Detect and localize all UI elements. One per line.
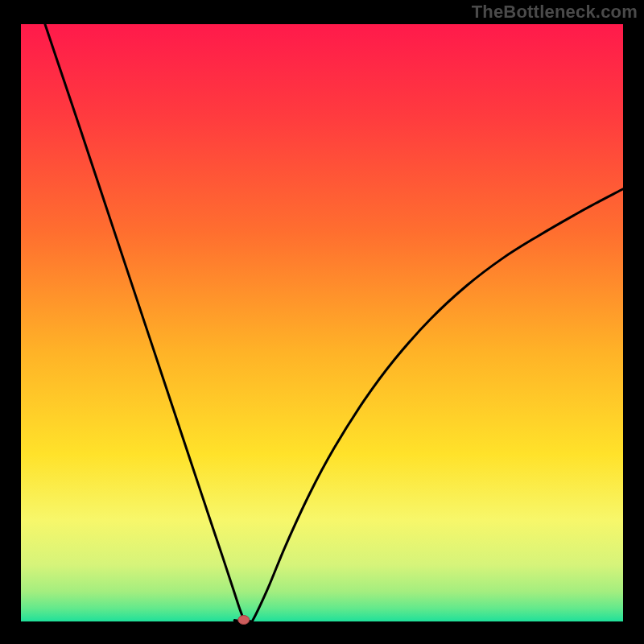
plot-background	[21, 24, 623, 621]
bottleneck-chart	[0, 0, 644, 644]
chart-stage: TheBottleneck.com	[0, 0, 644, 644]
optimal-marker	[238, 616, 250, 625]
